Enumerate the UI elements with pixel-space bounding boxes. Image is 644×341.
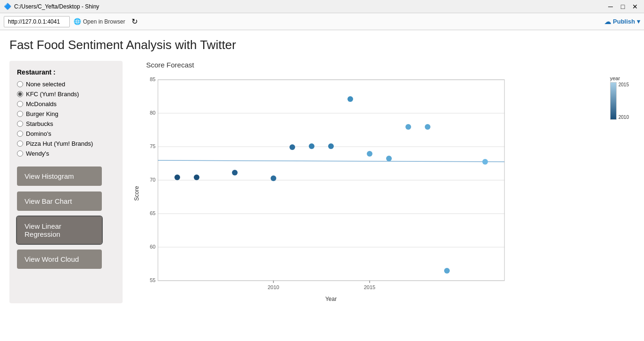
radio-dominos[interactable]: Domino's <box>17 130 115 137</box>
radio-starbucks-label: Starbucks <box>26 120 53 127</box>
url-text: http://127.0.0.1:4041 <box>8 18 60 25</box>
radio-wendys-label: Wendy's <box>26 150 49 157</box>
view-barchart-button[interactable]: View Bar Chart <box>17 191 102 211</box>
data-point <box>444 268 450 274</box>
addressbar: http://127.0.0.1:4041 🌐 Open in Browser … <box>0 13 644 30</box>
chart-legend: year 2015 2010 <box>610 75 630 120</box>
legend-max-label: 2015 <box>619 82 629 87</box>
window-controls: ─ □ ✕ <box>605 1 640 12</box>
button-group: View Histogram View Bar Chart View Linea… <box>17 166 115 269</box>
radio-pizzahut[interactable]: Pizza Hut (Yum! Brands) <box>17 140 115 147</box>
close-button[interactable]: ✕ <box>630 1 640 12</box>
radio-burgerking-label: Burger King <box>26 110 58 117</box>
refresh-button[interactable]: ↻ <box>129 16 140 27</box>
data-point <box>347 96 353 102</box>
radio-kfc[interactable]: KFC (Yum! Brands) <box>17 91 115 98</box>
radio-burgerking[interactable]: Burger King <box>17 110 115 117</box>
restaurant-label: Restaurant : <box>17 68 115 76</box>
svg-text:65: 65 <box>150 210 156 216</box>
radio-kfc-label: KFC (Yum! Brands) <box>26 91 79 98</box>
publish-chevron-icon: ▾ <box>637 18 640 25</box>
radio-dominos-label: Domino's <box>26 130 51 137</box>
svg-text:60: 60 <box>150 244 156 250</box>
titlebar: 🔷 C:/Users/C_Yefta/Desktop - Shiny ─ □ ✕ <box>0 0 644 13</box>
data-point <box>482 159 488 165</box>
maximize-button[interactable]: □ <box>618 1 628 12</box>
view-regression-button[interactable]: View Linear Regression <box>17 216 102 244</box>
scatter-plot: Score Year 55 60 65 70 75 <box>132 71 519 302</box>
svg-text:70: 70 <box>150 177 156 183</box>
svg-text:55: 55 <box>150 277 156 283</box>
radio-pizzahut-label: Pizza Hut (Yum! Brands) <box>26 140 93 147</box>
svg-text:Score: Score <box>133 186 140 201</box>
page-title: Fast Food Sentiment Analysis with Twitte… <box>9 38 635 52</box>
radio-mcdonalds-label: McDonalds <box>26 100 57 108</box>
data-point <box>289 144 295 150</box>
radio-none[interactable]: None selected <box>17 81 115 88</box>
sidebar: Restaurant : None selected KFC (Yum! Bra… <box>9 61 123 303</box>
chart-area: Score Forecast Score Year 55 60 <box>132 61 635 303</box>
chart-title: Score Forecast <box>146 61 635 69</box>
titlebar-title: C:/Users/C_Yefta/Desktop - Shiny <box>14 3 99 10</box>
view-histogram-button[interactable]: View Histogram <box>17 166 102 186</box>
radio-wendys[interactable]: Wendy's <box>17 150 115 157</box>
svg-text:85: 85 <box>150 76 156 82</box>
svg-text:2010: 2010 <box>268 284 279 290</box>
radio-none-label: None selected <box>26 81 65 88</box>
restaurant-radio-group: None selected KFC (Yum! Brands) McDonald… <box>17 81 115 157</box>
main-content: Restaurant : None selected KFC (Yum! Bra… <box>9 61 635 303</box>
data-point <box>425 124 430 130</box>
data-point <box>174 175 180 180</box>
app-icon: 🔷 <box>4 3 11 10</box>
radio-mcdonalds[interactable]: McDonalds <box>17 100 115 108</box>
svg-text:Year: Year <box>325 296 337 302</box>
refresh-icon: ↻ <box>132 17 138 26</box>
view-wordcloud-button[interactable]: View Word Cloud <box>17 250 102 269</box>
url-display: http://127.0.0.1:4041 <box>4 16 70 27</box>
legend-title: year <box>610 75 620 81</box>
page-content: Fast Food Sentiment Analysis with Twitte… <box>0 30 644 311</box>
minimize-button[interactable]: ─ <box>605 1 616 12</box>
chart-container: Score Year 55 60 65 70 75 <box>132 71 635 303</box>
open-browser-button[interactable]: 🌐 Open in Browser <box>74 18 125 25</box>
data-point <box>194 175 199 180</box>
data-point <box>328 143 334 149</box>
data-point <box>271 175 276 181</box>
svg-line-21 <box>158 160 504 162</box>
data-point <box>232 170 238 175</box>
publish-icon: ☁ <box>604 18 611 25</box>
data-point <box>309 143 314 149</box>
data-point <box>405 124 411 130</box>
legend-gradient <box>610 82 617 120</box>
svg-text:2015: 2015 <box>364 284 375 290</box>
svg-text:80: 80 <box>150 110 156 116</box>
svg-text:75: 75 <box>150 143 156 149</box>
browser-icon: 🌐 <box>74 18 81 25</box>
legend-min-label: 2010 <box>619 115 629 120</box>
publish-button[interactable]: ☁ Publish ▾ <box>604 18 640 25</box>
radio-starbucks[interactable]: Starbucks <box>17 120 115 127</box>
open-browser-label: Open in Browser <box>83 18 125 25</box>
data-point <box>386 156 392 161</box>
data-point <box>367 151 372 157</box>
publish-label: Publish <box>613 18 635 25</box>
